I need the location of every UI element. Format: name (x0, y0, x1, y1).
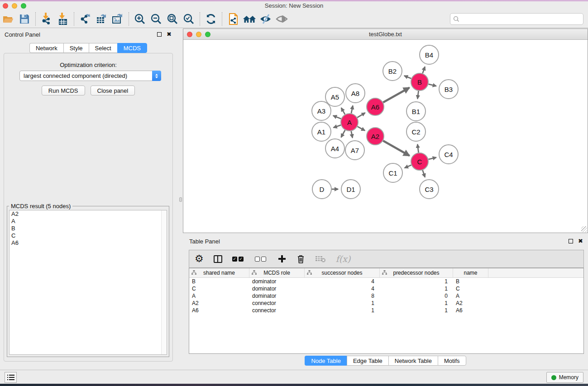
zoom-in-icon[interactable] (133, 12, 147, 26)
graph-node-C2[interactable]: C2 (406, 122, 425, 141)
edge-C-C3[interactable] (423, 170, 425, 177)
table-cell[interactable]: A2 (453, 300, 488, 307)
tab-select[interactable]: Select (89, 43, 117, 53)
edge-A-A8[interactable] (351, 105, 353, 113)
graph-node-A5[interactable]: A5 (325, 87, 344, 106)
tab-node-table[interactable]: Node Table (305, 356, 347, 366)
table-cell[interactable]: 1 (305, 307, 380, 314)
table-row[interactable]: Cdominator41C (189, 285, 583, 292)
tab-edge-table[interactable]: Edge Table (347, 356, 388, 366)
table-cell[interactable]: 1 (380, 285, 453, 292)
table-row[interactable]: A6connector11A6 (189, 307, 583, 314)
graph-node-B3[interactable]: B3 (439, 80, 458, 99)
deselect-all-columns-icon[interactable] (255, 257, 268, 262)
table-row[interactable]: Adominator80A (189, 292, 583, 300)
zoom-out-icon[interactable] (149, 12, 163, 26)
edge-A6-B[interactable] (383, 88, 409, 102)
table-cell[interactable]: C (189, 285, 249, 292)
table-header-row[interactable]: shared nameMCDS rolesuccessor nodesprede… (189, 268, 583, 278)
graph-node-C4[interactable]: C4 (439, 145, 458, 164)
import-network-icon[interactable] (40, 12, 53, 26)
table-cell[interactable]: dominator (249, 285, 305, 292)
table-cell[interactable]: 8 (305, 292, 380, 300)
column-header-successor-nodes[interactable]: successor nodes (305, 268, 380, 277)
export-table-icon[interactable] (95, 12, 108, 26)
edge-A-A5[interactable] (341, 108, 345, 114)
table-cell[interactable]: 1 (380, 300, 453, 307)
table-cell[interactable]: B (189, 278, 249, 285)
vertical-splitter-grip[interactable] (179, 197, 182, 202)
network-canvas[interactable]: B4B2BB3A5A8A6B1A3AC2A1A2A4A7C4CC1C3DD1 (183, 40, 588, 233)
result-item[interactable]: B (10, 225, 167, 232)
table-settings-icon[interactable]: ⚙ (195, 254, 204, 264)
criterion-dropdown[interactable]: largest connected component (directed) (19, 71, 161, 81)
result-item[interactable]: C (10, 232, 167, 239)
graph-node-A7[interactable]: A7 (345, 141, 364, 160)
tab-style[interactable]: Style (63, 43, 89, 53)
import-table-icon[interactable] (56, 12, 70, 26)
close-window-button[interactable] (3, 3, 8, 9)
edge-A2-C[interactable] (383, 141, 409, 156)
graph-node-B4[interactable]: B4 (420, 45, 439, 64)
edge-B-B3[interactable] (428, 84, 436, 86)
table-row[interactable]: A2connector11A2 (189, 300, 583, 307)
network-zoom-button[interactable] (205, 32, 210, 37)
table-cell[interactable]: B (453, 278, 488, 285)
graph-node-A4[interactable]: A4 (325, 139, 344, 158)
table-cell[interactable]: 1 (305, 300, 380, 307)
task-history-button[interactable] (5, 372, 17, 383)
zoom-window-button[interactable] (21, 3, 26, 9)
select-all-columns-icon[interactable]: ✓✓ (232, 257, 245, 262)
search-input[interactable] (462, 16, 583, 23)
edge-A-A7[interactable] (351, 131, 353, 138)
graph-node-C[interactable]: C (411, 153, 428, 170)
table-cell[interactable]: 1 (380, 278, 453, 285)
table-cell[interactable]: 4 (305, 285, 380, 292)
add-column-icon[interactable] (277, 254, 287, 263)
graph-node-C3[interactable]: C3 (420, 180, 439, 199)
zoom-fit-icon[interactable] (166, 12, 179, 26)
network-close-button[interactable] (187, 32, 192, 37)
delete-column-icon[interactable] (296, 254, 305, 264)
node-table[interactable]: shared nameMCDS rolesuccessor nodesprede… (189, 268, 584, 354)
column-header-name[interactable]: name (453, 268, 488, 277)
network-minimize-button[interactable] (196, 32, 201, 37)
graph-node-B[interactable]: B (411, 73, 428, 91)
split-columns-icon[interactable] (214, 255, 222, 263)
table-cell[interactable]: 4 (305, 278, 380, 285)
network-graph[interactable]: B4B2BB3A5A8A6B1A3AC2A1A2A4A7C4CC1C3DD1 (183, 40, 588, 233)
graph-node-A6[interactable]: A6 (367, 98, 384, 115)
table-cell[interactable]: A (453, 292, 488, 300)
column-header-MCDS-role[interactable]: MCDS role (249, 268, 305, 277)
edge-B-B2[interactable] (404, 76, 411, 78)
mcds-result-list[interactable]: A2ABCA6 (9, 210, 167, 355)
graph-node-D1[interactable]: D1 (341, 180, 360, 199)
first-neighbors-icon[interactable] (243, 12, 256, 26)
edge-C-C2[interactable] (417, 144, 418, 152)
table-cell[interactable]: 0 (380, 292, 453, 300)
graph-node-A1[interactable]: A1 (312, 122, 331, 141)
network-window-titlebar[interactable]: testGlobe.txt (183, 29, 588, 40)
edge-B-B1[interactable] (417, 91, 418, 99)
edge-A-A2[interactable] (358, 127, 365, 131)
table-cell[interactable]: C (453, 285, 488, 292)
graph-node-A[interactable]: A (341, 114, 358, 131)
graph-node-A2[interactable]: A2 (367, 128, 384, 145)
table-cell[interactable]: A6 (453, 307, 488, 314)
edge-B-B4[interactable] (423, 67, 425, 73)
result-item[interactable]: A (10, 218, 167, 225)
save-session-icon[interactable] (18, 12, 31, 26)
close-panel-button[interactable]: Close panel (91, 86, 135, 95)
show-all-icon[interactable] (275, 12, 289, 26)
table-cell[interactable]: connector (249, 300, 305, 307)
search-field[interactable] (450, 13, 583, 25)
edge-C-C1[interactable] (405, 165, 411, 168)
graph-node-C1[interactable]: C1 (383, 163, 402, 182)
edge-A-A4[interactable] (341, 130, 345, 138)
graph-node-B2[interactable]: B2 (383, 62, 402, 81)
tab-mcds[interactable]: MCDS (117, 43, 147, 53)
close-table-panel-icon[interactable]: ✖ (578, 238, 583, 244)
export-image-icon[interactable] (111, 12, 124, 26)
column-header-predecessor-nodes[interactable]: predecessor nodes (380, 268, 453, 277)
graph-node-A8[interactable]: A8 (346, 84, 365, 103)
